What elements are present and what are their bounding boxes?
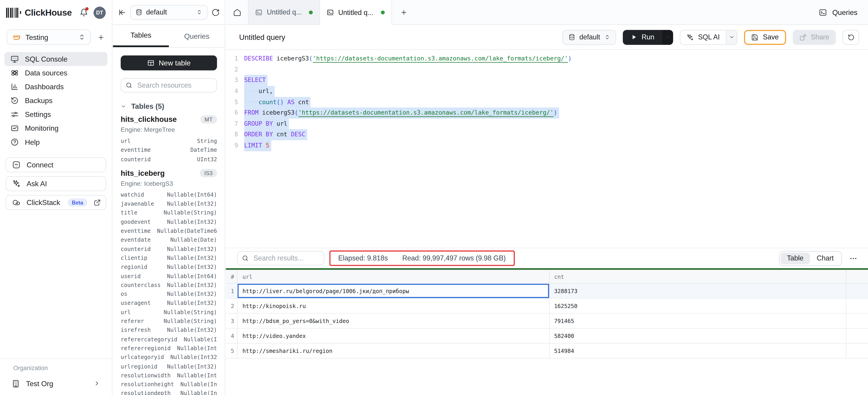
editor-line[interactable]: 6FROM icebergS3('https://datasets-docume…: [226, 108, 868, 118]
action-label: ClickStack: [27, 198, 60, 206]
results-search[interactable]: [237, 251, 324, 265]
token-fn: count: [259, 98, 277, 106]
cell-url[interactable]: http://video.yandex: [238, 329, 550, 343]
org-switcher[interactable]: Test Org: [5, 376, 106, 391]
sidebar-item-monitoring[interactable]: Monitoring: [4, 121, 107, 135]
table-item-hits-clickhouse[interactable]: hits_clickhouseMT: [121, 115, 217, 124]
sidebar-item-dashboards[interactable]: Dashboards: [4, 80, 107, 93]
resources-panel: default Tables Queries New table Tables …: [113, 0, 225, 395]
results-view-controls: Table Chart: [779, 251, 860, 266]
col-header-cnt[interactable]: cnt: [550, 270, 846, 283]
sql-ai-main[interactable]: SQL AI: [680, 30, 726, 44]
tab-queries[interactable]: Queries: [169, 25, 225, 47]
query-history-button[interactable]: [842, 30, 859, 45]
token-t: [284, 98, 287, 106]
query-title[interactable]: Untitled query: [239, 33, 285, 41]
collapse-sidebar-icon[interactable]: [118, 8, 126, 16]
terminal-icon: [255, 9, 262, 16]
results-more-button[interactable]: [846, 254, 860, 262]
sql-ai-button[interactable]: SQL AI: [680, 30, 738, 45]
editor-line[interactable]: 7GROUP BY url: [226, 118, 868, 129]
chevron-right-icon: [93, 380, 100, 387]
result-row[interactable]: 2http://kinopoisk.ru1625250: [226, 299, 868, 314]
table-item-hits-iceberg[interactable]: hits_icebergIS3: [121, 169, 217, 177]
save-button[interactable]: Save: [744, 30, 786, 45]
tab-tables[interactable]: Tables: [113, 25, 169, 47]
view-table-button[interactable]: Table: [780, 252, 810, 264]
selected-code: ORDER BY cnt DESC: [244, 129, 307, 140]
org-name: Test Org: [26, 379, 53, 388]
service-selector[interactable]: aws Testing: [6, 29, 91, 45]
cell-cnt[interactable]: 791465: [550, 314, 846, 328]
search-icon: [242, 255, 248, 261]
schema-column-row: urlregionidNullable(Int32): [121, 362, 217, 371]
cell-cnt[interactable]: 3288173: [550, 284, 846, 298]
sidebar-item-help[interactable]: Help: [4, 135, 107, 149]
col-header-url[interactable]: url: [238, 270, 550, 283]
resources-search[interactable]: [121, 78, 217, 93]
schema-column-row: useridNullable(Int64): [121, 272, 217, 281]
tables-group-header[interactable]: Tables (5): [121, 102, 217, 110]
ask-ai-button[interactable]: Ask AI: [5, 176, 106, 191]
share-button[interactable]: Share: [793, 30, 836, 45]
add-service-button[interactable]: [95, 31, 106, 43]
chevron-down-icon: [121, 103, 126, 109]
resources-search-input[interactable]: [136, 81, 212, 90]
editor-line[interactable]: 4····url,: [226, 86, 868, 97]
editor-line[interactable]: 5····count() AS cnt: [226, 97, 868, 108]
results-search-input[interactable]: [252, 254, 319, 262]
cell-cnt[interactable]: 582400: [550, 329, 846, 343]
console-icon: [10, 55, 19, 63]
result-row[interactable]: 4http://video.yandex582400: [226, 329, 868, 344]
row-index: 4: [226, 329, 237, 343]
result-row[interactable]: 1http://liver.ru/belgorod/page/1006.jки/…: [226, 284, 868, 299]
cell-url[interactable]: http://kinopoisk.ru: [238, 299, 550, 313]
cell-cnt[interactable]: 1625250: [550, 299, 846, 313]
col-header-index[interactable]: #: [226, 270, 237, 283]
notifications-button[interactable]: [80, 8, 88, 17]
new-tab-button[interactable]: [392, 0, 415, 25]
refresh-icon[interactable]: [212, 8, 220, 16]
editor-line[interactable]: 8ORDER BY cnt DESC: [226, 129, 868, 140]
sidebar-item-backups[interactable]: Backups: [4, 93, 107, 107]
service-row: aws Testing: [0, 25, 112, 45]
result-row[interactable]: 5http://smeshariki.ru/region514984: [226, 344, 868, 359]
elapsed-stat: Elapsed: 9.818s: [338, 254, 388, 262]
query-tab-2[interactable]: Untitled q...: [320, 0, 392, 25]
token-ws: ····: [244, 87, 259, 95]
run-options-button[interactable]: [662, 30, 673, 45]
sql-ai-options-button[interactable]: [726, 30, 737, 44]
editor-line[interactable]: 1DESCRIBE icebergS3('https://datasets-do…: [226, 53, 868, 64]
column-type: Nullable(In: [176, 380, 217, 389]
sidebar-item-settings[interactable]: Settings: [4, 108, 107, 121]
result-row[interactable]: 3http://bdsm_po_yers=0&with_video791465: [226, 314, 868, 329]
clickstack-button[interactable]: ClickStackBeta: [5, 195, 106, 210]
selected-code: ····count() AS cnt: [244, 97, 311, 108]
connect-button[interactable]: Connect: [5, 157, 106, 172]
editor-line[interactable]: 3SELECT: [226, 75, 868, 86]
cell-url[interactable]: http://liver.ru/belgorod/page/1006.jки/д…: [238, 284, 550, 298]
database-selector[interactable]: default: [130, 5, 208, 20]
sidebar-item-data-sources[interactable]: Data sources: [4, 66, 107, 80]
editor-line[interactable]: 2: [226, 64, 868, 75]
run-button-main[interactable]: Run: [623, 30, 662, 45]
cell-url[interactable]: http://bdsm_po_yers=0&with_video: [238, 314, 550, 328]
run-database-selector[interactable]: default: [562, 30, 616, 45]
home-button[interactable]: [226, 0, 248, 25]
sidebar-item-sql-console[interactable]: SQL Console: [4, 52, 107, 66]
cell-url[interactable]: http://smeshariki.ru/region: [238, 344, 550, 358]
view-chart-button[interactable]: Chart: [810, 252, 840, 264]
new-table-button[interactable]: New table: [121, 56, 217, 70]
avatar[interactable]: DT: [93, 6, 106, 19]
query-tab-1[interactable]: Untitled q...: [248, 0, 320, 25]
queries-button[interactable]: Queries: [808, 0, 868, 25]
query-tab-label: Untitled q...: [267, 8, 302, 16]
run-button[interactable]: Run: [623, 30, 673, 45]
token-kw: DESC: [291, 131, 306, 138]
cell-cnt[interactable]: 514984: [550, 344, 846, 358]
external-link-icon: [94, 199, 101, 206]
editor-line[interactable]: 9LIMIT 5: [226, 140, 868, 151]
column-type: Nullable(Int32): [162, 200, 217, 208]
terminal-icon: [819, 8, 827, 16]
sql-editor[interactable]: 1DESCRIBE icebergS3('https://datasets-do…: [226, 50, 868, 248]
